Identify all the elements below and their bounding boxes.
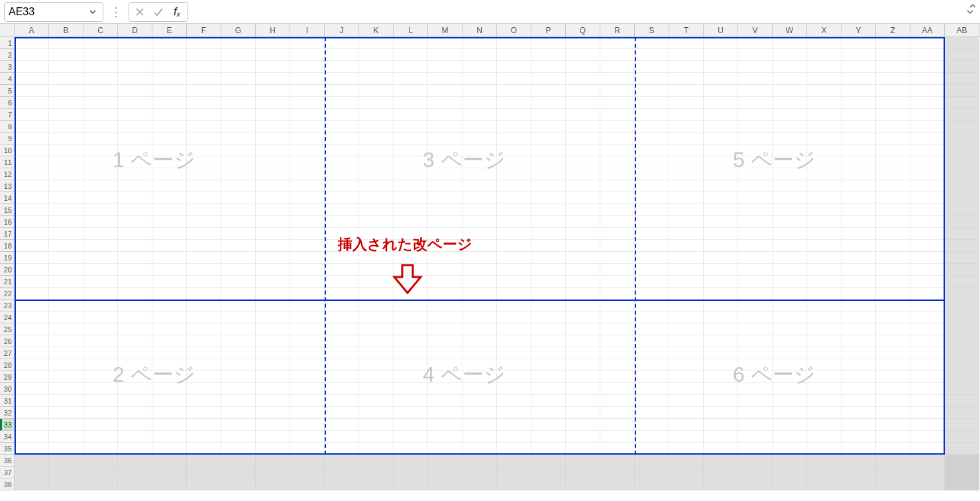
- column-header[interactable]: H: [256, 24, 290, 37]
- row-header[interactable]: 6: [0, 97, 14, 109]
- row-header[interactable]: 20: [0, 264, 14, 276]
- column-header[interactable]: P: [531, 24, 566, 37]
- column-header[interactable]: A: [15, 24, 49, 37]
- row-header[interactable]: 10: [0, 144, 14, 156]
- column-header[interactable]: V: [738, 24, 773, 37]
- row-header[interactable]: 8: [0, 121, 14, 133]
- column-header[interactable]: S: [635, 24, 669, 37]
- column-header[interactable]: Q: [566, 24, 600, 37]
- row-headers[interactable]: 1234567891011121314151617181920212223242…: [0, 37, 15, 490]
- name-box-value: AE33: [9, 6, 87, 18]
- row-header[interactable]: 27: [0, 347, 14, 359]
- name-box-dropdown-icon[interactable]: [87, 8, 99, 16]
- column-header[interactable]: D: [118, 24, 152, 37]
- row-header[interactable]: 12: [0, 168, 14, 180]
- row-header[interactable]: 13: [0, 180, 14, 192]
- column-header[interactable]: I: [290, 24, 325, 37]
- cell-grid[interactable]: 1 ページ3 ページ5 ページ2 ページ4 ページ6 ページ挿入された改ページ: [15, 37, 980, 501]
- column-header[interactable]: R: [600, 24, 635, 37]
- column-header[interactable]: Y: [842, 24, 876, 37]
- row-header[interactable]: 7: [0, 109, 14, 121]
- row-header[interactable]: 33: [0, 419, 14, 431]
- cancel-icon[interactable]: [133, 5, 146, 19]
- row-header[interactable]: 18: [0, 240, 14, 252]
- column-header[interactable]: X: [807, 24, 842, 37]
- row-header[interactable]: 30: [0, 383, 14, 395]
- name-box[interactable]: AE33: [4, 2, 103, 22]
- row-header[interactable]: 26: [0, 335, 14, 347]
- row-header[interactable]: 5: [0, 85, 14, 97]
- row-header[interactable]: 9: [0, 133, 14, 144]
- row-header[interactable]: 38: [0, 478, 14, 490]
- column-header[interactable]: F: [187, 24, 221, 37]
- row-header[interactable]: 35: [0, 443, 14, 455]
- formula-bar-separator: ⋮: [107, 5, 125, 19]
- ribbon-collapse-icon[interactable]: [965, 1, 977, 13]
- row-header[interactable]: 22: [0, 288, 14, 300]
- row-header[interactable]: 23: [0, 300, 14, 311]
- row-header[interactable]: 11: [0, 156, 14, 168]
- insert-function-icon[interactable]: fx: [170, 5, 184, 19]
- column-header[interactable]: G: [221, 24, 256, 37]
- row-header[interactable]: 15: [0, 204, 14, 216]
- formula-input[interactable]: [192, 2, 960, 22]
- row-header[interactable]: 36: [0, 455, 14, 467]
- column-header[interactable]: W: [773, 24, 807, 37]
- column-header[interactable]: AB: [945, 24, 979, 37]
- row-header[interactable]: 17: [0, 228, 14, 240]
- enter-icon[interactable]: [152, 5, 165, 19]
- column-header[interactable]: J: [325, 24, 359, 37]
- row-header[interactable]: 1: [0, 37, 14, 49]
- row-header[interactable]: 34: [0, 431, 14, 443]
- column-header[interactable]: N: [463, 24, 497, 37]
- column-headers[interactable]: ABCDEFGHIJKLMNOPQRSTUVWXYZAAAB: [15, 24, 980, 37]
- row-header[interactable]: 28: [0, 359, 14, 371]
- column-header[interactable]: U: [704, 24, 738, 37]
- column-header[interactable]: M: [428, 24, 463, 37]
- column-header[interactable]: B: [49, 24, 83, 37]
- row-header[interactable]: 4: [0, 73, 14, 85]
- worksheet-area[interactable]: ABCDEFGHIJKLMNOPQRSTUVWXYZAAAB 123456789…: [0, 24, 980, 501]
- row-header[interactable]: 2: [0, 49, 14, 61]
- column-header[interactable]: K: [359, 24, 394, 37]
- row-header[interactable]: 29: [0, 371, 14, 383]
- row-header[interactable]: 31: [0, 395, 14, 407]
- column-header[interactable]: C: [83, 24, 118, 37]
- column-header[interactable]: O: [497, 24, 531, 37]
- row-header[interactable]: 24: [0, 311, 14, 323]
- column-header[interactable]: T: [669, 24, 704, 37]
- column-header[interactable]: L: [394, 24, 428, 37]
- row-header[interactable]: 21: [0, 276, 14, 288]
- row-header[interactable]: 32: [0, 407, 14, 419]
- row-header[interactable]: 16: [0, 216, 14, 228]
- row-header[interactable]: 19: [0, 252, 14, 264]
- column-header[interactable]: AA: [910, 24, 945, 37]
- row-header[interactable]: 25: [0, 323, 14, 335]
- column-header[interactable]: E: [152, 24, 187, 37]
- row-header[interactable]: 14: [0, 192, 14, 204]
- formula-buttons: fx: [129, 2, 188, 22]
- formula-bar: AE33 ⋮ fx: [0, 0, 980, 24]
- column-header[interactable]: Z: [876, 24, 910, 37]
- row-header[interactable]: 3: [0, 61, 14, 73]
- row-header[interactable]: 37: [0, 467, 14, 478]
- select-all-corner[interactable]: [0, 24, 15, 37]
